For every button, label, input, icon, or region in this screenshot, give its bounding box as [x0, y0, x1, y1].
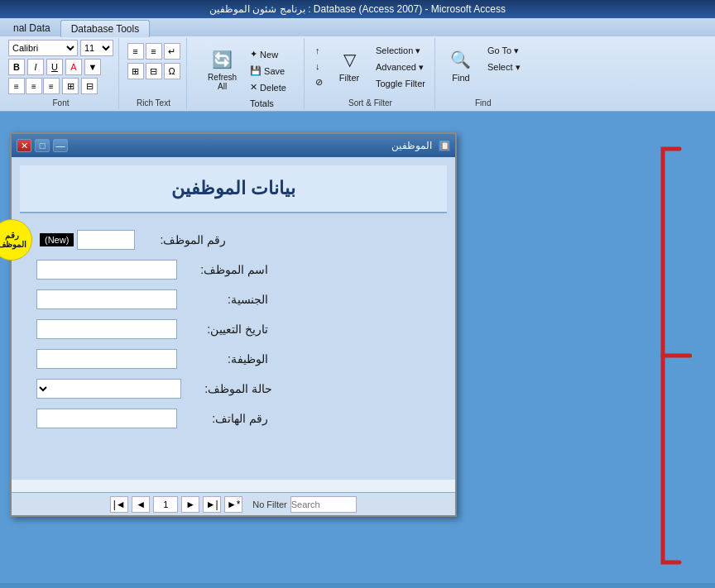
filter-button[interactable]: ▽ Filter [330, 43, 368, 86]
main-area: 📋 الموظفين — □ ✕ بيانات الموظفين رقم الم… [0, 112, 715, 583]
find-icon: 🔍 [448, 46, 474, 73]
nationality-input[interactable] [36, 289, 177, 309]
form-body: بيانات الموظفين رقم الموظف: (New) رقم ال… [12, 157, 455, 480]
filter-icon: ▽ [336, 46, 362, 73]
find-button[interactable]: 🔍 Find [442, 43, 480, 86]
delete-button[interactable]: ✕ Delete [246, 79, 290, 95]
ascending-sort-button[interactable]: ↑ [311, 43, 327, 58]
sort-filter-group: ↑ ↓ ⊘ ▽ Filter Selection [306, 38, 435, 109]
nav-last-button[interactable]: ►| [203, 496, 221, 513]
save-button[interactable]: 💾 Save [246, 63, 290, 79]
minimize-button[interactable]: — [53, 139, 68, 152]
nationality-row: الجنسية: [36, 289, 430, 309]
underline-button[interactable]: U [46, 59, 63, 75]
bracket-annotation [634, 136, 692, 575]
remove-sort-icon: ⊘ [315, 77, 323, 88]
form-navigation: |◄ ◄ ► ►| ►* No Filter [12, 492, 455, 515]
sort-filter-label: Sort & Filter [348, 97, 392, 108]
form-icon: 📋 [439, 140, 450, 151]
font-group-label: Font [52, 97, 69, 108]
nav-page-input[interactable] [153, 496, 178, 513]
title-text: Database (Access 2007) - Microsoft Acces… [209, 3, 506, 15]
italic-button[interactable]: I [27, 59, 44, 75]
job-title-input[interactable] [36, 349, 177, 369]
ribbon-tabs: nal Data Database Tools [0, 18, 715, 36]
titlebar-controls: — □ ✕ [17, 139, 68, 152]
employee-status-select[interactable] [36, 379, 181, 399]
nav-new-button[interactable]: ►* [224, 496, 242, 513]
refresh-icon: 🔄 [209, 46, 236, 73]
totals-button[interactable]: Totals [246, 96, 290, 111]
form-heading: بيانات الموظفين [20, 165, 447, 213]
records-group: 🔄 Refresh All ✦ New 💾 Save ✕ Delet [189, 38, 305, 109]
new-record-button[interactable]: ✦ New [246, 46, 290, 62]
form-title: الموظفين [68, 140, 439, 151]
employee-circle[interactable]: رقم الموظف [0, 219, 32, 261]
nav-prev-button[interactable]: ◄ [132, 496, 150, 513]
align-right-button[interactable]: ≡ [43, 78, 60, 94]
sort-asc-icon: ↑ [315, 45, 320, 55]
descending-sort-button[interactable]: ↓ [311, 59, 327, 74]
employee-id-input[interactable] [77, 230, 135, 250]
employee-name-label: اسم الموظف: [185, 263, 268, 276]
maximize-button[interactable]: □ [35, 139, 50, 152]
nav-first-button[interactable]: |◄ [110, 496, 128, 513]
advanced-button[interactable]: Advanced ▾ [372, 60, 429, 75]
hire-date-input[interactable] [36, 319, 177, 339]
close-button[interactable]: ✕ [17, 139, 31, 152]
sort-desc-icon: ↓ [315, 61, 320, 71]
find-group: 🔍 Find Go To ▾ Select ▾ Find [437, 38, 530, 109]
font-size-select[interactable]: 11 [80, 40, 113, 56]
remove-sort-button[interactable]: ⊘ [311, 74, 327, 90]
list-button[interactable]: ≡ [127, 43, 144, 60]
hire-date-row: تاريخ التعيين: [36, 319, 430, 339]
rich-text-group: ≡ ≡ ↵ ⊞ ⊟ Ω Rich Text [121, 38, 187, 109]
tab-database-tools[interactable]: Database Tools [60, 20, 151, 37]
font-name-select[interactable]: Calibri [8, 40, 78, 56]
new-icon: ✦ [250, 49, 257, 60]
form-titlebar: 📋 الموظفين — □ ✕ [12, 134, 455, 157]
align-center-button[interactable]: ≡ [26, 78, 42, 94]
toggle-filter-button[interactable]: Toggle Filter [372, 76, 429, 91]
job-title-row: الوظيفة: [36, 349, 430, 369]
align-left-button[interactable]: ≡ [8, 78, 25, 94]
nav-next-button[interactable]: ► [181, 496, 199, 513]
new-badge: (New) [40, 233, 74, 246]
hire-date-label: تاريخ التعيين: [185, 323, 268, 336]
bold-button[interactable]: B [8, 59, 25, 75]
employee-id-label: رقم الموظف: [143, 233, 226, 246]
selection-button[interactable]: Selection ▾ [372, 43, 429, 59]
nav-filter-label: No Filter [252, 500, 287, 509]
outdent-button[interactable]: ⊟ [146, 63, 162, 79]
indent-button[interactable]: ⊟ [81, 78, 98, 94]
phone-row: رقم الهاتف: [36, 409, 430, 428]
nationality-label: الجنسية: [185, 293, 268, 306]
job-title-label: الوظيفة: [185, 352, 268, 366]
font-color-button[interactable]: A [65, 59, 82, 75]
highlight-button[interactable]: ▼ [84, 59, 101, 75]
delete-icon: ✕ [250, 82, 257, 93]
find-group-label: Find [475, 97, 491, 108]
ribbon: Calibri 11 B I U A ▼ ≡ ≡ ≡ ⊞ ⊟ [0, 36, 715, 112]
employee-status-label: حالة الموظف: [190, 382, 272, 395]
employee-id-row: رقم الموظف: (New) رقم الموظف [36, 230, 430, 250]
indent3-button[interactable]: ⊞ [127, 63, 144, 79]
tab-external-data[interactable]: nal Data [3, 20, 60, 36]
save-icon: 💾 [250, 65, 262, 76]
list2-button[interactable]: ≡ [146, 43, 162, 60]
phone-input[interactable] [36, 409, 177, 428]
table-button[interactable]: ⊞ [62, 78, 79, 94]
nav-search-input[interactable] [290, 496, 357, 513]
indent2-button[interactable]: ↵ [164, 43, 180, 60]
special-button[interactable]: Ω [164, 63, 180, 79]
select-button[interactable]: Select ▾ [483, 60, 525, 75]
employee-name-row: اسم الموظف: [36, 260, 430, 280]
font-group: Calibri 11 B I U A ▼ ≡ ≡ ≡ ⊞ ⊟ [3, 38, 119, 109]
goto-button[interactable]: Go To ▾ [483, 43, 525, 59]
refresh-all-button[interactable]: 🔄 Refresh All [202, 43, 242, 94]
title-bar: Database (Access 2007) - Microsoft Acces… [0, 0, 715, 18]
employee-name-input[interactable] [36, 260, 177, 280]
employee-status-row: حالة الموظف: [36, 379, 430, 399]
form-fields: رقم الموظف: (New) رقم الموظف اسم الموظف: [20, 230, 447, 428]
phone-label: رقم الهاتف: [185, 412, 268, 425]
